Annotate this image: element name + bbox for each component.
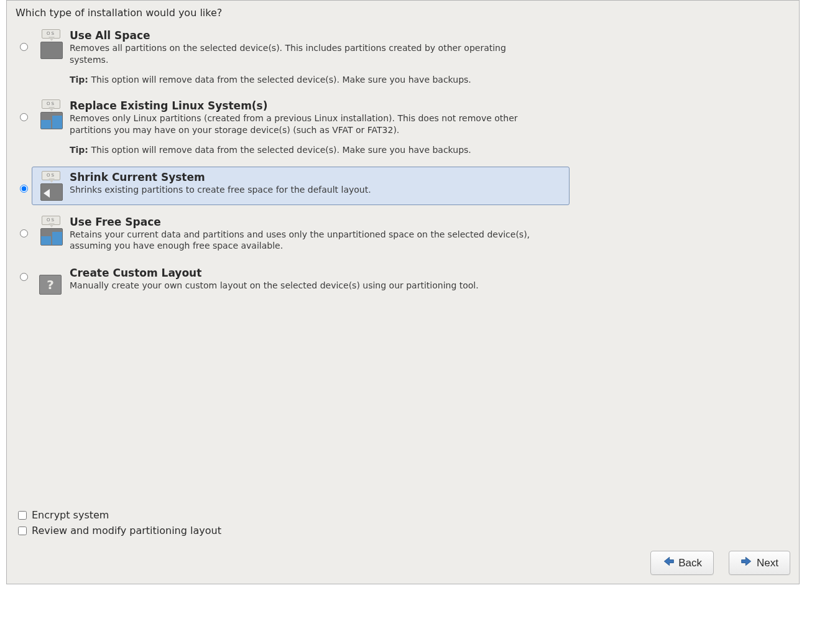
review-partitioning-label: Review and modify partitioning layout: [32, 525, 221, 536]
custom-layout-icon: ?: [36, 267, 65, 297]
next-button[interactable]: Next: [729, 551, 790, 575]
arrow-right-icon: [741, 555, 753, 571]
disk-icon: OS: [36, 29, 65, 59]
disk-shrink-icon: OS: [36, 171, 65, 201]
encrypt-system-row[interactable]: Encrypt system: [18, 509, 221, 521]
encrypt-system-label: Encrypt system: [32, 509, 109, 521]
option-title: Use Free Space: [70, 216, 544, 228]
option-replace-existing-linux[interactable]: OS Replace Existing Linux System(s) Remo…: [16, 96, 553, 158]
radio-replace-existing-linux[interactable]: [20, 113, 28, 121]
option-title: Use All Space: [70, 29, 544, 42]
option-shrink-current-system[interactable]: OS Shrink Current System Shrinks existin…: [32, 167, 570, 205]
option-tip: Tip: This option will remove data from t…: [70, 145, 544, 155]
next-button-label: Next: [757, 557, 778, 569]
option-description: Shrinks existing partitions to create fr…: [70, 184, 560, 196]
option-title: Replace Existing Linux System(s): [70, 99, 544, 112]
radio-use-all-space[interactable]: [20, 43, 28, 51]
back-button-label: Back: [678, 557, 702, 569]
option-title: Shrink Current System: [70, 171, 560, 183]
back-button[interactable]: Back: [650, 551, 714, 575]
review-partitioning-checkbox[interactable]: [18, 527, 27, 535]
installer-partitioning-screen: Which type of installation would you lik…: [6, 0, 800, 584]
option-use-free-space[interactable]: OS Use Free Space Retains your current d…: [16, 213, 553, 255]
option-create-custom-layout[interactable]: ? Create Custom Layout Manually create y…: [16, 264, 553, 300]
disk-replace-icon: OS: [36, 99, 65, 129]
option-description: Manually create your own custom layout o…: [70, 280, 544, 292]
nav-buttons: Back Next: [650, 551, 790, 575]
option-description: Removes only Linux partitions (created f…: [70, 113, 544, 136]
review-partitioning-row[interactable]: Review and modify partitioning layout: [18, 525, 221, 536]
arrow-left-icon: [662, 555, 675, 571]
radio-create-custom-layout[interactable]: [20, 273, 28, 281]
option-use-all-space[interactable]: OS Use All Space Removes all partitions …: [16, 26, 553, 88]
option-title: Create Custom Layout: [70, 267, 544, 279]
disk-freespace-icon: OS: [36, 216, 65, 246]
option-tip: Tip: This option will remove data from t…: [70, 75, 544, 85]
radio-shrink-current-system[interactable]: [20, 185, 28, 193]
encrypt-system-checkbox[interactable]: [18, 511, 27, 520]
option-description: Removes all partitions on the selected d…: [70, 42, 544, 66]
option-description: Retains your current data and partitions…: [70, 229, 544, 252]
radio-use-free-space[interactable]: [20, 229, 28, 237]
page-title: Which type of installation would you lik…: [16, 7, 790, 19]
bottom-options: Encrypt system Review and modify partiti…: [18, 509, 221, 540]
